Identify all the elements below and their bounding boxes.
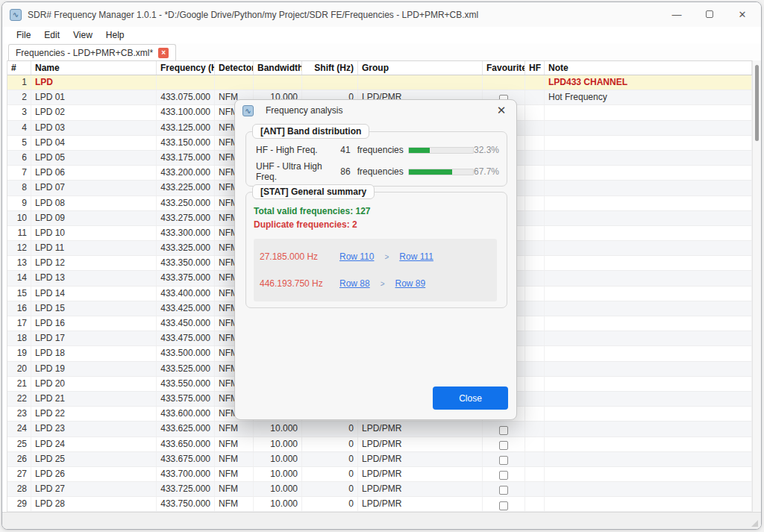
cell-note[interactable] xyxy=(545,181,752,195)
cell-name[interactable]: LPD 11 xyxy=(31,241,157,255)
cell-num[interactable]: 8 xyxy=(7,181,31,195)
cell-hf[interactable] xyxy=(525,271,545,285)
cell-num[interactable]: 10 xyxy=(7,211,31,225)
cell-note[interactable] xyxy=(545,422,752,436)
cell-hf[interactable] xyxy=(525,392,545,406)
cell-hf[interactable] xyxy=(525,301,545,316)
cell-detector[interactable]: NFM xyxy=(215,437,254,451)
column-header-detector[interactable]: Detector xyxy=(215,61,254,75)
column-header-group[interactable]: Group xyxy=(358,61,483,75)
scrollbar-thumb[interactable] xyxy=(755,65,759,141)
cell-bandwidth[interactable]: 10.000 xyxy=(254,422,302,436)
cell-detector[interactable]: NFM xyxy=(215,482,254,496)
cell-note[interactable] xyxy=(545,331,752,345)
cell-num[interactable]: 7 xyxy=(7,166,31,180)
cell-hf[interactable] xyxy=(525,422,545,436)
cell-hf[interactable] xyxy=(525,497,545,511)
favourites-checkbox[interactable] xyxy=(499,456,508,465)
cell-num[interactable]: 17 xyxy=(7,316,31,331)
cell-freq[interactable]: 433.650.000 xyxy=(157,437,215,451)
cell-bandwidth[interactable]: 10.000 xyxy=(254,452,302,466)
cell-fav[interactable] xyxy=(483,482,525,496)
cell-hf[interactable] xyxy=(525,181,545,195)
cell-name[interactable]: LPD 26 xyxy=(31,467,157,481)
cell-hf[interactable] xyxy=(525,90,545,104)
cell-detector[interactable]: NFM xyxy=(215,422,254,436)
cell-detector[interactable] xyxy=(215,75,254,90)
cell-freq[interactable]: 433.300.000 xyxy=(157,226,215,240)
cell-hf[interactable] xyxy=(525,467,545,481)
cell-hf[interactable] xyxy=(525,362,545,376)
cell-freq[interactable] xyxy=(157,75,215,90)
column-header-hf[interactable]: HF xyxy=(525,61,545,75)
cell-hf[interactable] xyxy=(525,241,545,255)
cell-hf[interactable] xyxy=(525,226,545,240)
tab-close-icon[interactable]: × xyxy=(158,48,169,58)
cell-hf[interactable] xyxy=(525,346,545,360)
cell-name[interactable]: LPD 01 xyxy=(31,90,157,104)
cell-note[interactable] xyxy=(545,211,752,225)
cell-freq[interactable]: 433.125.000 xyxy=(157,121,215,135)
cell-fav[interactable] xyxy=(483,75,525,90)
cell-hf[interactable] xyxy=(525,482,545,496)
cell-shift[interactable]: 0 xyxy=(302,437,358,451)
cell-freq[interactable]: 433.400.000 xyxy=(157,287,215,301)
cell-name[interactable]: LPD 17 xyxy=(31,331,157,345)
cell-note[interactable] xyxy=(545,256,752,270)
cell-num[interactable]: 15 xyxy=(7,287,31,301)
cell-shift[interactable]: 0 xyxy=(302,452,358,466)
cell-freq[interactable]: 433.375.000 xyxy=(157,271,215,285)
cell-num[interactable]: 28 xyxy=(7,482,31,496)
table-row[interactable]: 27LPD 26433.700.000NFM10.0000LPD/PMR xyxy=(7,467,752,482)
cell-name[interactable]: LPD 27 xyxy=(31,482,157,496)
cell-shift[interactable]: 0 xyxy=(302,497,358,511)
cell-num[interactable]: 14 xyxy=(7,271,31,285)
resize-grip[interactable] xyxy=(751,520,758,527)
cell-name[interactable]: LPD 08 xyxy=(31,196,157,210)
cell-freq[interactable]: 433.750.000 xyxy=(157,497,215,511)
cell-freq[interactable]: 433.175.000 xyxy=(157,151,215,165)
cell-bandwidth[interactable]: 10.000 xyxy=(254,497,302,511)
cell-name[interactable]: LPD 13 xyxy=(31,271,157,285)
cell-hf[interactable] xyxy=(525,121,545,135)
cell-detector[interactable]: NFM xyxy=(215,467,254,481)
cell-freq[interactable]: 433.625.000 xyxy=(157,422,215,436)
cell-name[interactable]: LPD 14 xyxy=(31,287,157,301)
cell-hf[interactable] xyxy=(525,136,545,150)
maximize-icon[interactable] xyxy=(703,9,716,20)
cell-name[interactable]: LPD 09 xyxy=(31,211,157,225)
cell-name[interactable]: LPD 21 xyxy=(31,392,157,406)
cell-hf[interactable] xyxy=(525,331,545,345)
cell-fav[interactable] xyxy=(483,452,525,466)
cell-hf[interactable] xyxy=(525,105,545,119)
cell-note[interactable] xyxy=(545,437,752,451)
cell-num[interactable]: 11 xyxy=(7,226,31,240)
close-icon[interactable]: ✕ xyxy=(736,9,749,20)
cell-freq[interactable]: 433.500.000 xyxy=(157,346,215,360)
cell-note[interactable] xyxy=(545,121,752,135)
cell-group[interactable]: LPD/PMR xyxy=(358,422,483,436)
cell-fav[interactable] xyxy=(483,437,525,451)
favourites-checkbox[interactable] xyxy=(499,486,508,495)
cell-hf[interactable] xyxy=(525,256,545,270)
column-header-bandwidth[interactable]: Bandwidth xyxy=(254,61,302,75)
cell-shift[interactable]: 0 xyxy=(302,482,358,496)
cell-detector[interactable]: NFM xyxy=(215,497,254,511)
table-row[interactable]: 25LPD 24433.650.000NFM10.0000LPD/PMR xyxy=(7,437,752,452)
cell-note[interactable] xyxy=(545,392,752,406)
cell-note[interactable]: LPD433 CHANNEL xyxy=(545,75,752,90)
row-link[interactable]: Row 89 xyxy=(395,278,426,289)
cell-note[interactable] xyxy=(545,407,752,421)
cell-num[interactable]: 21 xyxy=(7,377,31,391)
cell-num[interactable]: 1 xyxy=(7,75,31,90)
cell-name[interactable]: LPD xyxy=(31,75,157,90)
vertical-scrollbar[interactable] xyxy=(752,60,761,512)
cell-name[interactable]: LPD 10 xyxy=(31,226,157,240)
cell-name[interactable]: LPD 12 xyxy=(31,256,157,270)
cell-freq[interactable]: 433.200.000 xyxy=(157,166,215,180)
cell-note[interactable] xyxy=(545,241,752,255)
cell-name[interactable]: LPD 19 xyxy=(31,362,157,376)
cell-shift[interactable]: 0 xyxy=(302,467,358,481)
cell-freq[interactable]: 433.550.000 xyxy=(157,377,215,391)
cell-note[interactable] xyxy=(545,497,752,511)
